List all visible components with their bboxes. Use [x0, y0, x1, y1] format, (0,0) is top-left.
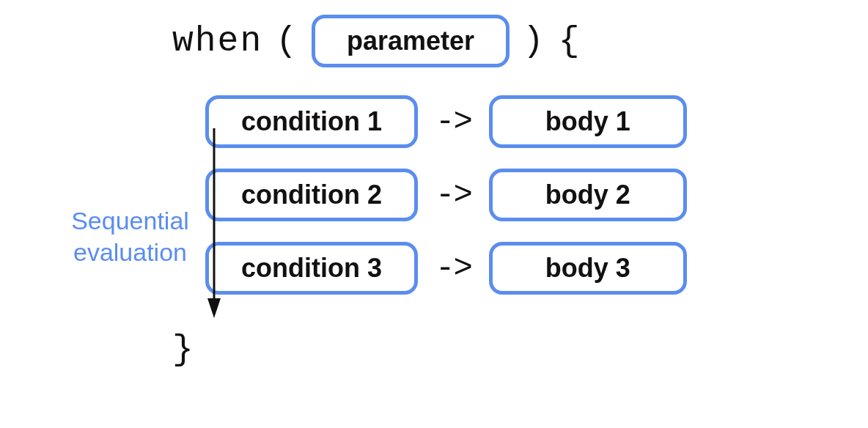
condition-box: condition 3	[205, 242, 418, 295]
branch-row: condition 3 -> body 3	[205, 242, 828, 295]
branches-container: condition 1 -> body 1 condition 2 -> bod…	[205, 95, 828, 295]
downward-arrow-icon	[205, 121, 227, 326]
arrow-operator: ->	[435, 103, 471, 140]
branch-row: condition 1 -> body 1	[205, 95, 828, 148]
open-paren: (	[276, 21, 298, 61]
arrow-operator: ->	[435, 177, 471, 213]
parameter-box: parameter	[312, 15, 510, 67]
when-keyword: when	[172, 21, 262, 61]
body-box: body 1	[489, 95, 687, 148]
arrow-operator: ->	[435, 250, 471, 287]
close-paren: )	[523, 21, 545, 61]
branch-row: condition 2 -> body 2	[205, 169, 828, 221]
condition-box: condition 2	[205, 169, 418, 221]
condition-box: condition 1	[205, 95, 418, 148]
when-expression-diagram: when ( parameter ) { condition 1 -> body…	[37, 15, 828, 369]
close-brace: }	[172, 330, 828, 369]
seq-label-line1: Sequential	[71, 207, 189, 235]
body-box: body 3	[489, 242, 687, 295]
open-brace: {	[559, 21, 581, 61]
body-box: body 2	[489, 169, 687, 221]
when-header: when ( parameter ) {	[172, 15, 828, 67]
seq-label-line2: evaluation	[73, 238, 187, 266]
sequential-evaluation-label: Sequential evaluation	[59, 205, 202, 268]
